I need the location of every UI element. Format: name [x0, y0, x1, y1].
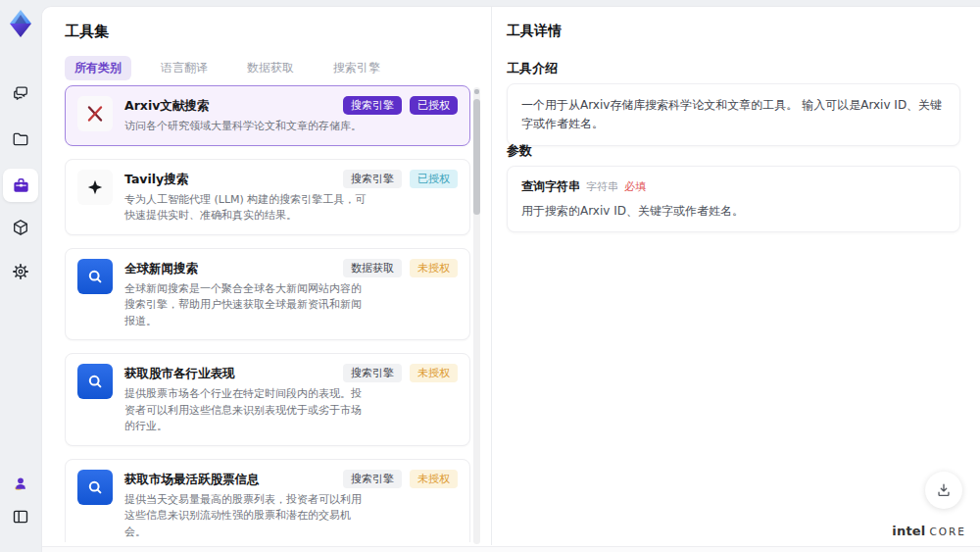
panel-toggle-icon[interactable]	[12, 508, 29, 526]
tool-card-tavily[interactable]: Tavily搜索 搜索引擎 已授权 专为人工智能代理 (LLM) 构建的搜索引擎…	[65, 159, 470, 235]
blue-search-icon	[77, 259, 113, 294]
category-badge: 搜索引擎	[343, 470, 402, 488]
param-type: 字符串	[586, 179, 618, 194]
auth-badge: 已授权	[410, 96, 458, 115]
sidebar-item-tools-active[interactable]	[3, 169, 38, 202]
tool-card-arxiv[interactable]: Arxiv文献搜索 搜索引擎 已授权 访问各个研究领域大量科学论文和文章的存储库…	[65, 85, 470, 146]
brand-core: CORE	[929, 526, 966, 537]
sidebar	[0, 0, 41, 552]
category-badge: 搜索引擎	[343, 364, 402, 382]
category-badge: 搜索引擎	[343, 170, 402, 188]
folder-icon[interactable]	[12, 130, 29, 148]
auth-badge: 未授权	[410, 259, 458, 277]
intel-core-logo: intel CORE	[892, 524, 966, 538]
panel-divider	[491, 7, 492, 545]
tab-language-translation[interactable]: 语言翻译	[151, 56, 218, 80]
detail-title: 工具详情	[507, 23, 562, 40]
tool-name: Arxiv文献搜索	[124, 96, 335, 115]
tool-card-global-news[interactable]: 全球新闻搜索 数据获取 未授权 全球新闻搜索是一个聚合全球各大新闻网站内容的搜索…	[65, 248, 470, 341]
arxiv-logo-icon	[77, 96, 113, 131]
cube-icon[interactable]	[12, 219, 29, 236]
intro-text: 一个用于从Arxiv存储库搜索科学论文和文章的工具。 输入可以是Arxiv ID…	[521, 96, 946, 133]
page-title: 工具集	[65, 23, 109, 41]
download-icon	[935, 481, 953, 499]
params-heading: 参数	[507, 142, 532, 160]
tool-list: Arxiv文献搜索 搜索引擎 已授权 访问各个研究领域大量科学论文和文章的存储库…	[65, 85, 470, 542]
auth-badge: 已授权	[410, 170, 458, 188]
tool-name: 获取市场最活跃股票信息	[124, 470, 335, 488]
list-scrollbar[interactable]	[473, 87, 480, 544]
category-tabs: 所有类别 语言翻译 数据获取 搜索引擎	[65, 56, 390, 80]
tool-description: 专为人工智能代理 (LLM) 构建的搜索引擎工具，可快速提供实时、准确和真实的结…	[124, 192, 369, 225]
chat-icon[interactable]	[12, 84, 29, 102]
intro-box: 一个用于从Arxiv存储库搜索科学论文和文章的工具。 输入可以是Arxiv ID…	[507, 83, 960, 146]
blue-search-icon	[77, 470, 113, 505]
scrollbar-cap	[474, 89, 479, 94]
main-panel: 工具集 所有类别 语言翻译 数据获取 搜索引擎 Arxiv文献搜索 搜索引擎 已…	[41, 6, 980, 552]
gear-icon[interactable]	[12, 263, 29, 280]
auth-badge: 未授权	[410, 364, 458, 382]
avatar-icon[interactable]	[12, 475, 29, 492]
auth-badge: 未授权	[410, 470, 458, 488]
tool-card-most-active-stocks[interactable]: 获取市场最活跃股票信息 搜索引擎 未授权 提供当天交易量最高的股票列表，投资者可…	[65, 459, 470, 543]
intro-heading: 工具介绍	[507, 60, 558, 77]
param-description: 用于搜索的Arxiv ID、关键字或作者姓名。	[521, 203, 946, 220]
tavily-star-icon	[77, 170, 113, 205]
tab-all-categories[interactable]: 所有类别	[65, 56, 131, 80]
category-badge: 数据获取	[343, 259, 402, 277]
tool-name: 获取股市各行业表现	[124, 364, 335, 382]
brand-intel: intel	[892, 524, 925, 538]
tool-name: Tavily搜索	[124, 170, 335, 188]
param-required-badge: 必填	[624, 179, 646, 194]
tool-description: 全球新闻搜索是一个聚合全球各大新闻网站内容的搜索引擎，帮助用户快速获取全球最新资…	[124, 281, 369, 330]
tab-data-acquisition[interactable]: 数据获取	[237, 56, 304, 80]
tool-description: 提供股票市场各个行业在特定时间段内的表现。投资者可以利用这些信息来识别表现优于或…	[124, 386, 369, 435]
category-badge: 搜索引擎	[343, 96, 402, 115]
tool-description: 提供当天交易量最高的股票列表，投资者可以利用这些信息来识别流动性强的股票和潜在的…	[124, 492, 369, 541]
download-button[interactable]	[925, 472, 962, 509]
tool-card-sector-performance[interactable]: 获取股市各行业表现 搜索引擎 未授权 提供股票市场各个行业在特定时间段内的表现。…	[65, 353, 470, 446]
tool-name: 全球新闻搜索	[124, 259, 335, 277]
scrollbar-thumb[interactable]	[473, 99, 480, 215]
params-box: 查询字符串 字符串 必填 用于搜索的Arxiv ID、关键字或作者姓名。	[507, 166, 960, 232]
bottom-strip	[42, 546, 980, 552]
param-name: 查询字符串	[521, 178, 580, 195]
blue-search-icon	[77, 364, 113, 399]
app-logo	[7, 9, 34, 38]
tab-search-engine[interactable]: 搜索引擎	[323, 56, 390, 80]
tool-description: 访问各个研究领域大量科学论文和文章的存储库。	[124, 119, 418, 135]
